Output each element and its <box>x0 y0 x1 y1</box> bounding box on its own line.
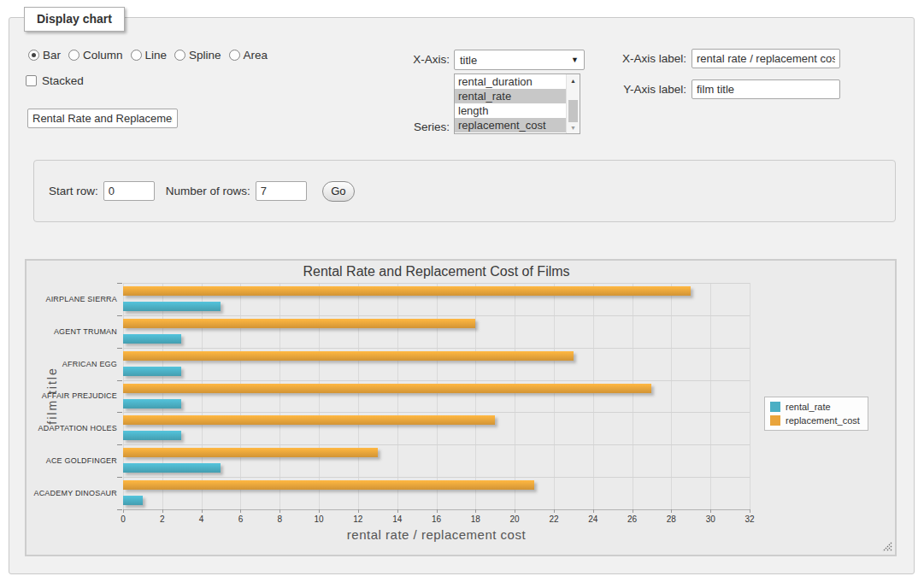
bar-replacement_cost[interactable] <box>123 319 475 328</box>
x-axis-select[interactable]: title ▼ <box>454 50 585 70</box>
chart-type-group: BarColumnLineSplineArea <box>28 49 268 62</box>
legend-swatch <box>770 402 780 412</box>
y-axis-label-label: Y-Axis label: <box>606 83 686 96</box>
bar-rental_rate[interactable] <box>123 496 143 505</box>
stacked-checkbox[interactable]: Stacked <box>26 74 84 87</box>
radio-icon <box>28 50 39 61</box>
gridline <box>554 283 555 509</box>
bar-replacement_cost[interactable] <box>123 415 495 425</box>
bar-replacement_cost[interactable] <box>123 480 534 490</box>
gridline <box>162 283 163 509</box>
go-button[interactable]: Go <box>322 181 355 202</box>
x-tick <box>633 509 633 513</box>
number-of-rows-input[interactable] <box>256 181 307 201</box>
series-listbox[interactable]: rental_durationrental_ratelengthreplacem… <box>454 73 580 134</box>
x-axis-label-input[interactable] <box>692 49 840 68</box>
x-tick <box>554 509 555 513</box>
x-tick-label: 14 <box>383 514 412 524</box>
radio-icon <box>229 50 240 61</box>
gridline <box>319 283 320 509</box>
gridline <box>437 283 438 509</box>
resize-handle-icon[interactable] <box>882 542 892 552</box>
scroll-down-icon[interactable]: ▼ <box>567 121 580 133</box>
y-axis-label-input[interactable] <box>692 79 840 99</box>
gridline <box>475 283 476 509</box>
listbox-scrollbar[interactable]: ▲ ▼ <box>566 74 580 133</box>
chart-type-bar[interactable]: Bar <box>28 49 61 62</box>
x-tick <box>280 509 280 513</box>
gridline <box>123 444 750 445</box>
x-tick <box>671 509 672 513</box>
x-tick-label: 12 <box>344 514 373 524</box>
x-tick-label: 32 <box>735 514 764 524</box>
y-tick <box>117 444 122 445</box>
x-tick-label: 10 <box>304 514 333 524</box>
y-tick <box>117 283 122 284</box>
x-tick-label: 8 <box>265 514 294 524</box>
x-tick-label: 18 <box>461 514 490 524</box>
category-label: AGENT TRUMAN <box>26 315 117 348</box>
legend-item-replacement_cost[interactable]: replacement_cost <box>770 415 860 426</box>
checkbox-icon <box>26 75 37 86</box>
gridline <box>240 283 241 509</box>
x-tick-label: 4 <box>187 514 216 524</box>
x-tick <box>202 509 203 513</box>
scroll-up-icon[interactable]: ▲ <box>567 74 580 86</box>
gridline <box>593 283 594 509</box>
category-label: AIRPLANE SIERRA <box>26 283 117 315</box>
x-tick <box>710 509 711 513</box>
gridline <box>123 315 750 316</box>
legend-swatch <box>770 415 780 426</box>
gridline <box>123 283 124 509</box>
series-option-replacement_cost[interactable]: replacement_cost <box>455 118 566 132</box>
bar-rental_rate[interactable] <box>123 399 181 409</box>
chart-type-column[interactable]: Column <box>68 49 123 62</box>
x-tick-label: 28 <box>656 514 686 524</box>
legend-label: rental_rate <box>786 402 831 412</box>
x-tick <box>750 509 750 513</box>
bar-replacement_cost[interactable] <box>123 384 651 393</box>
scrollbar-thumb[interactable] <box>568 100 578 122</box>
bar-rental_rate[interactable] <box>123 367 181 376</box>
chart-type-spline[interactable]: Spline <box>174 49 221 62</box>
y-tick <box>117 509 122 510</box>
radio-label: Column <box>83 49 123 62</box>
chart-type-area[interactable]: Area <box>229 49 268 62</box>
bar-replacement_cost[interactable] <box>123 351 574 361</box>
chart-area: Rental Rate and Replacement Cost of Film… <box>25 259 897 556</box>
bar-rental_rate[interactable] <box>123 463 221 473</box>
row-range-panel: Start row: Number of rows: Go <box>33 160 896 222</box>
bar-rental_rate[interactable] <box>123 302 221 311</box>
display-chart-panel: Display chart BarColumnLineSplineArea St… <box>9 17 915 574</box>
series-option-length[interactable]: length <box>455 103 566 118</box>
gridline <box>358 283 359 509</box>
gridline <box>633 283 633 509</box>
category-label: ACE GOLDFINGER <box>26 444 117 477</box>
bar-replacement_cost[interactable] <box>123 286 691 296</box>
series-option-rental_rate[interactable]: rental_rate <box>455 89 566 103</box>
number-of-rows-label: Number of rows: <box>166 185 250 197</box>
radio-label: Line <box>145 49 168 62</box>
radio-icon <box>174 50 185 61</box>
category-label: AFFAIR PREJUDICE <box>26 380 117 413</box>
radio-label: Bar <box>43 49 61 62</box>
radio-label: Spline <box>189 49 221 62</box>
bar-replacement_cost[interactable] <box>123 448 378 457</box>
chart-type-line[interactable]: Line <box>131 49 168 62</box>
bar-rental_rate[interactable] <box>123 334 181 344</box>
x-tick-label: 2 <box>148 514 177 524</box>
x-tick-label: 6 <box>226 514 255 524</box>
gridline <box>123 412 750 413</box>
chart-title-input[interactable] <box>27 109 178 128</box>
page: Display chart BarColumnLineSplineArea St… <box>0 0 924 582</box>
gridline <box>515 283 515 509</box>
y-tick <box>117 380 122 381</box>
y-tick <box>117 477 122 478</box>
start-row-input[interactable] <box>103 181 155 201</box>
gridline <box>123 380 750 381</box>
panel-title: Display chart <box>24 7 125 32</box>
bar-rental_rate[interactable] <box>123 431 181 440</box>
x-tick-label: 26 <box>618 514 647 524</box>
legend-item-rental_rate[interactable]: rental_rate <box>770 402 860 412</box>
series-option-rental_duration[interactable]: rental_duration <box>455 74 566 89</box>
